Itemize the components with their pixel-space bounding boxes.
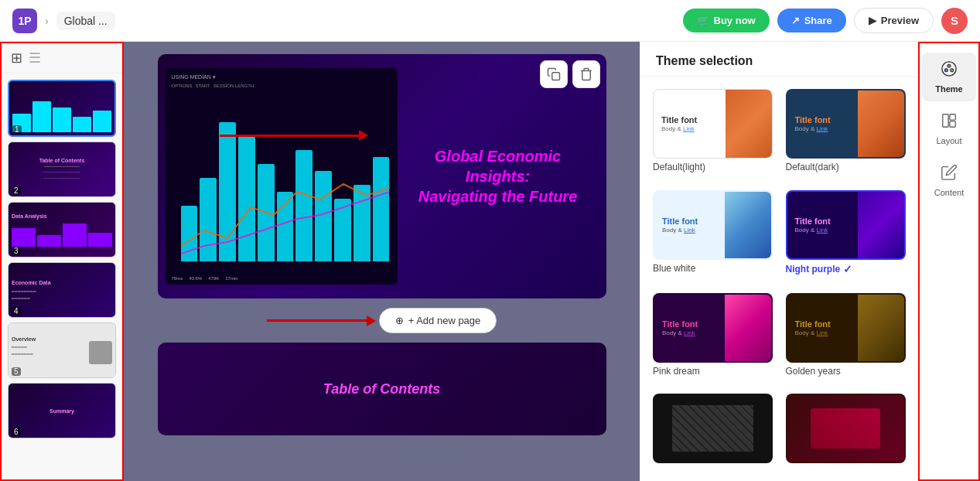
share-button[interactable]: ↗ Share xyxy=(777,9,846,32)
theme-label-golden-years: Golden years xyxy=(786,366,907,377)
svg-point-3 xyxy=(951,69,954,72)
add-icon: ⊕ xyxy=(395,315,404,326)
slide-number-1: 1 xyxy=(12,125,22,134)
right-sidebar: Theme Layout Content xyxy=(918,42,980,481)
svg-rect-7 xyxy=(950,121,955,127)
avatar[interactable]: S xyxy=(941,8,968,34)
copy-slide-button[interactable] xyxy=(540,60,568,88)
theme-preview-extra-1 xyxy=(653,394,773,463)
share-icon: ↗ xyxy=(791,15,800,26)
theme-card-blue-white[interactable]: Title font Body & Link Blue white xyxy=(653,190,773,281)
canvas-area: USING MEDIAN ▾ OPTIONSSTARTSESSION LENGT… xyxy=(124,42,640,481)
slide-number-2: 2 xyxy=(12,186,21,195)
theme-label-night-purple: Night purple ✓ xyxy=(786,263,907,275)
layout-icon xyxy=(941,112,958,133)
app-logo: 1P xyxy=(12,9,37,33)
delete-slide-button[interactable] xyxy=(572,60,600,88)
theme-icon xyxy=(941,60,958,81)
theme-panel: Theme selection Title font Body & Link D… xyxy=(640,42,918,481)
slide-number-4: 4 xyxy=(12,307,21,316)
theme-label-default-dark: Default(dark) xyxy=(786,162,907,172)
grid-view-icon[interactable]: ⊞ xyxy=(11,49,22,67)
preview-button[interactable]: ▶ Preview xyxy=(854,8,934,33)
main-slide-wrapper: USING MEDIAN ▾ OPTIONSSTARTSESSION LENGT… xyxy=(158,54,606,298)
svg-rect-0 xyxy=(551,73,559,80)
theme-card-default-dark[interactable]: Title font Body & Link Default(dark) xyxy=(786,89,907,178)
content-icon xyxy=(941,164,958,185)
second-slide-canvas: Table of Contents xyxy=(158,343,606,435)
theme-card-extra-2[interactable] xyxy=(786,394,907,469)
theme-card-pink-dream[interactable]: Title font Body & Link Pink dream xyxy=(653,293,773,382)
sidebar-content-label: Content xyxy=(934,188,965,197)
theme-label-default-light: Default(light) xyxy=(653,162,773,172)
slide-number-3: 3 xyxy=(12,247,21,255)
slide-thumb-1[interactable]: 1 xyxy=(8,80,116,137)
sidebar-item-theme[interactable]: Theme xyxy=(922,53,976,101)
document-title[interactable]: Global ... xyxy=(56,12,115,30)
topbar: 1P › Global ... 🛒 Buy now ↗ Share ▶ Prev… xyxy=(0,0,980,42)
slide-panel-toolbar: ⊞ ☰ xyxy=(2,43,122,73)
theme-card-extra-1[interactable] xyxy=(653,394,773,469)
cart-icon: 🛒 xyxy=(697,15,709,26)
slide-thumb-2[interactable]: Table of Contents ———————— ———————— 2 xyxy=(8,142,116,197)
theme-card-night-purple[interactable]: Title font Body & Link Night purple ✓ xyxy=(786,190,907,281)
preview-icon: ▶ xyxy=(869,15,876,26)
theme-grid: Title font Body & Link Default(light) xyxy=(640,77,918,481)
theme-preview-night-purple: Title font Body & Link xyxy=(786,190,906,260)
theme-preview-default-light: Title font Body & Link xyxy=(653,89,773,159)
theme-preview-pink-dream: Title font Body & Link xyxy=(653,293,773,363)
slide-thumb-3[interactable]: Data Analysis 3 xyxy=(8,202,116,258)
breadcrumb-chevron: › xyxy=(45,15,49,27)
add-new-page-button[interactable]: ⊕ + Add new page xyxy=(379,308,497,333)
main-slide-canvas: USING MEDIAN ▾ OPTIONSSTARTSESSION LENGT… xyxy=(158,54,606,298)
theme-preview-blue-white: Title font Body & Link xyxy=(653,190,773,260)
svg-point-4 xyxy=(945,69,948,72)
svg-rect-6 xyxy=(950,114,955,120)
theme-label-blue-white: Blue white xyxy=(653,263,773,274)
slide-tools xyxy=(540,60,600,88)
sidebar-theme-label: Theme xyxy=(935,84,962,94)
theme-panel-header: Theme selection xyxy=(640,42,918,77)
sidebar-item-layout[interactable]: Layout xyxy=(922,104,976,153)
slide-number-6: 6 xyxy=(12,428,21,436)
list-view-icon[interactable]: ☰ xyxy=(29,49,41,67)
theme-preview-extra-2 xyxy=(786,394,906,463)
theme-preview-default-dark: Title font Body & Link xyxy=(786,89,906,159)
theme-panel-title: Theme selection xyxy=(656,54,903,68)
svg-point-2 xyxy=(948,65,951,68)
sidebar-layout-label: Layout xyxy=(936,136,961,145)
theme-card-golden-years[interactable]: Title font Body & Link Golden years xyxy=(786,293,907,382)
main-area: ⊞ ☰ 1 Table of Con xyxy=(0,42,980,481)
theme-preview-golden-years: Title font Body & Link xyxy=(786,293,906,363)
theme-card-default-light[interactable]: Title font Body & Link Default(light) xyxy=(653,89,773,178)
slide-thumb-5[interactable]: Overview ━━━━━ ━━━━━━━ 5 xyxy=(8,322,116,378)
slide-thumbnail-list: 1 Table of Contents ———————— ———————— 2 … xyxy=(2,73,122,479)
main-slide-title: Global Economic Insights: Navigating the… xyxy=(413,146,583,206)
slide-thumb-6[interactable]: Summary 6 xyxy=(8,383,116,438)
svg-point-1 xyxy=(942,62,956,76)
slide-panel: ⊞ ☰ 1 Table of Con xyxy=(0,42,124,481)
sidebar-item-content[interactable]: Content xyxy=(922,156,976,205)
buy-now-button[interactable]: 🛒 Buy now xyxy=(683,9,770,32)
theme-label-pink-dream: Pink dream xyxy=(653,366,773,377)
svg-rect-5 xyxy=(943,114,948,128)
second-slide-title: Table of Contents xyxy=(323,381,440,397)
slide-number-5: 5 xyxy=(12,367,21,376)
slide-thumb-4[interactable]: Economic Data ━━━━━━━━ ━━━━━━ 4 xyxy=(8,262,116,318)
selected-check-icon: ✓ xyxy=(843,263,852,275)
